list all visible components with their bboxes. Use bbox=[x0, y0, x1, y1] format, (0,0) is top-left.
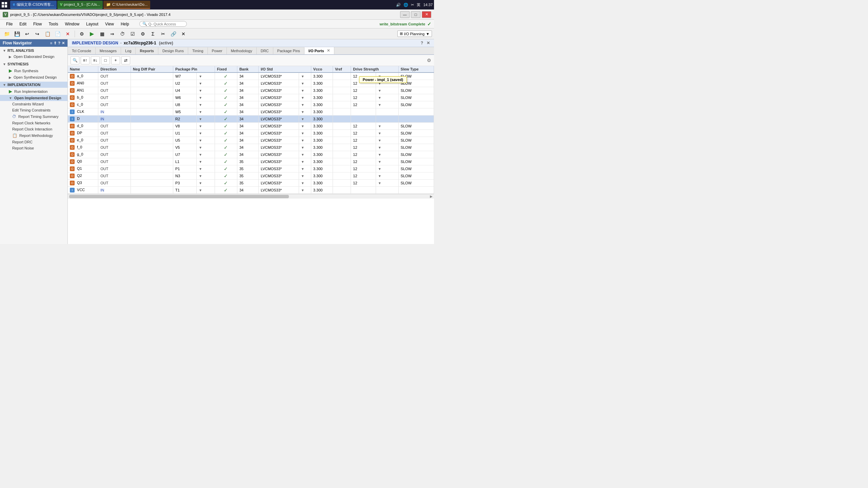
cell-io-std-arrow[interactable]: ▼ bbox=[299, 87, 311, 94]
impl-close-icon[interactable]: ✕ bbox=[427, 41, 430, 45]
tab-log[interactable]: Log bbox=[121, 47, 136, 54]
cell-pkg-pin-arrow[interactable]: ▼ bbox=[197, 187, 215, 194]
scrollbar-thumb[interactable] bbox=[69, 195, 289, 198]
cell-drive-arrow[interactable]: ▼ bbox=[376, 94, 398, 101]
tab-package-pins[interactable]: Package Pins bbox=[273, 47, 304, 54]
cell-direction[interactable]: OUT bbox=[98, 137, 131, 144]
io-select-button[interactable]: □ bbox=[101, 56, 110, 64]
cell-pkg-pin-arrow[interactable]: ▼ bbox=[197, 172, 215, 180]
cell-drive-arrow[interactable]: ▼ bbox=[376, 123, 398, 130]
flow-nav-icon-menu[interactable]: ≡ bbox=[50, 41, 52, 45]
cell-direction[interactable]: OUT bbox=[98, 73, 131, 80]
tb-arrow-button[interactable]: ⇒ bbox=[107, 29, 117, 38]
cell-direction[interactable]: OUT bbox=[98, 130, 131, 137]
tb-paste-button[interactable]: 📄 bbox=[53, 29, 62, 38]
quick-access-input[interactable] bbox=[149, 22, 184, 26]
cell-pkg-pin-arrow[interactable]: ▼ bbox=[197, 165, 215, 172]
tb-cut-button[interactable]: ✂ bbox=[158, 29, 168, 38]
cell-io-std-arrow[interactable]: ▼ bbox=[299, 94, 311, 101]
cell-drive-arrow[interactable] bbox=[376, 116, 398, 123]
cell-drive-arrow[interactable] bbox=[376, 108, 398, 116]
cell-drive[interactable]: 12 bbox=[351, 165, 376, 172]
cell-io-std[interactable]: LVCMOS33* bbox=[258, 130, 299, 137]
cell-io-std[interactable]: LVCMOS33* bbox=[258, 108, 299, 116]
cell-pkg-pin-arrow[interactable]: ▼ bbox=[197, 151, 215, 158]
cell-drive-arrow[interactable]: ▼ bbox=[376, 130, 398, 137]
cell-pkg-pin[interactable]: U2 bbox=[173, 80, 196, 87]
cell-pkg-pin-arrow[interactable]: ▼ bbox=[197, 87, 215, 94]
cell-pkg-pin[interactable]: V8 bbox=[173, 123, 196, 130]
tab-power[interactable]: Power bbox=[208, 47, 227, 54]
menu-layout[interactable]: Layout bbox=[83, 21, 102, 27]
cell-fixed[interactable]: ✓ bbox=[215, 101, 237, 108]
cell-pkg-pin-arrow[interactable]: ▼ bbox=[197, 158, 215, 165]
tab-methodology[interactable]: Methodology bbox=[227, 47, 257, 54]
io-expand-button[interactable]: ≡↓ bbox=[91, 56, 100, 64]
cell-pkg-pin[interactable]: N3 bbox=[173, 172, 196, 180]
cell-pkg-pin-arrow[interactable]: ▼ bbox=[197, 80, 215, 87]
cell-io-std[interactable]: LVCMOS33* bbox=[258, 165, 299, 172]
nav-open-synthesized[interactable]: ▶ Open Synthesized Design bbox=[0, 74, 67, 80]
cell-io-std-arrow[interactable]: ▼ bbox=[299, 151, 311, 158]
cell-pkg-pin[interactable]: P1 bbox=[173, 165, 196, 172]
cell-fixed[interactable]: ✓ bbox=[215, 172, 237, 180]
cell-drive[interactable]: 12 bbox=[351, 130, 376, 137]
cell-pkg-pin-arrow[interactable]: ▼ bbox=[197, 180, 215, 187]
nav-open-implemented[interactable]: ▼ Open Implemented Design bbox=[0, 95, 67, 101]
cell-pkg-pin-arrow[interactable]: ▼ bbox=[197, 130, 215, 137]
cell-fixed[interactable]: ✓ bbox=[215, 130, 237, 137]
tb-link-button[interactable]: 🔗 bbox=[169, 29, 178, 38]
cell-drive[interactable]: 12 bbox=[351, 144, 376, 151]
menu-tools[interactable]: Tools bbox=[45, 21, 61, 27]
cell-pkg-pin-arrow[interactable]: ▼ bbox=[197, 73, 215, 80]
cell-drive[interactable]: 12 bbox=[351, 158, 376, 165]
nav-rtl-header[interactable]: ▼ RTL ANALYSIS bbox=[0, 47, 67, 54]
cell-io-std-arrow[interactable]: ▼ bbox=[299, 73, 311, 80]
nav-impl-header[interactable]: ▼ IMPLEMENTATION bbox=[0, 82, 67, 88]
cell-io-std-arrow[interactable]: ▼ bbox=[299, 144, 311, 151]
cell-direction[interactable]: OUT bbox=[98, 158, 131, 165]
cell-drive-arrow[interactable]: ▼ bbox=[376, 151, 398, 158]
cell-io-std[interactable]: LVCMOS33* bbox=[258, 187, 299, 194]
cell-direction[interactable]: OUT bbox=[98, 94, 131, 101]
tb-clock-button[interactable]: ⏱ bbox=[118, 29, 127, 38]
start-button[interactable] bbox=[1, 2, 7, 8]
cell-io-std[interactable]: LVCMOS33* bbox=[258, 116, 299, 123]
io-add-button[interactable]: + bbox=[111, 56, 120, 64]
cell-pkg-pin[interactable]: L1 bbox=[173, 158, 196, 165]
cell-io-std-arrow[interactable]: ▼ bbox=[299, 108, 311, 116]
cell-pkg-pin[interactable]: V5 bbox=[173, 144, 196, 151]
tb-copy-button[interactable]: 📋 bbox=[43, 29, 52, 38]
horizontal-scrollbar[interactable]: ▶ bbox=[68, 194, 434, 199]
nav-synthesis-header[interactable]: ▼ SYNTHESIS bbox=[0, 61, 67, 67]
cell-fixed[interactable]: ✓ bbox=[215, 116, 237, 123]
tb-open-button[interactable]: 📁 bbox=[2, 29, 12, 38]
tb-run-button[interactable]: ▶ bbox=[87, 29, 97, 38]
cell-fixed[interactable]: ✓ bbox=[215, 80, 237, 87]
taskbar-item-vivado[interactable]: V project_9_5 - [C:/Us... bbox=[57, 1, 103, 9]
cell-drive[interactable]: 12 bbox=[351, 94, 376, 101]
cell-pkg-pin[interactable]: P3 bbox=[173, 180, 196, 187]
cell-pkg-pin-arrow[interactable]: ▼ bbox=[197, 144, 215, 151]
nav-open-elaborated[interactable]: ▶ Open Elaborated Design bbox=[0, 54, 67, 60]
cell-drive-arrow[interactable]: ▼ bbox=[376, 180, 398, 187]
io-search-button[interactable]: 🔍 bbox=[71, 56, 79, 64]
cell-drive[interactable] bbox=[351, 187, 376, 194]
tb-undo-button[interactable]: ↩ bbox=[22, 29, 32, 38]
nav-edit-timing[interactable]: Edit Timing Constraints bbox=[0, 107, 67, 113]
flow-nav-icon-help[interactable]: ? bbox=[58, 41, 60, 45]
cell-io-std[interactable]: LVCMOS33* bbox=[258, 180, 299, 187]
cell-drive[interactable]: 12 bbox=[351, 87, 376, 94]
cell-io-std-arrow[interactable]: ▼ bbox=[299, 187, 311, 194]
cell-fixed[interactable]: ✓ bbox=[215, 137, 237, 144]
cell-fixed[interactable]: ✓ bbox=[215, 73, 237, 80]
cell-io-std[interactable]: LVCMOS33* bbox=[258, 151, 299, 158]
cell-direction[interactable]: OUT bbox=[98, 172, 131, 180]
close-button[interactable]: ✕ bbox=[422, 11, 431, 18]
cell-io-std-arrow[interactable]: ▼ bbox=[299, 137, 311, 144]
cell-io-std-arrow[interactable]: ▼ bbox=[299, 180, 311, 187]
cell-direction[interactable]: IN bbox=[98, 108, 131, 116]
cell-pkg-pin[interactable]: U8 bbox=[173, 101, 196, 108]
nav-report-noise[interactable]: Report Noise bbox=[0, 145, 67, 151]
tab-drc[interactable]: DRC bbox=[257, 47, 273, 54]
